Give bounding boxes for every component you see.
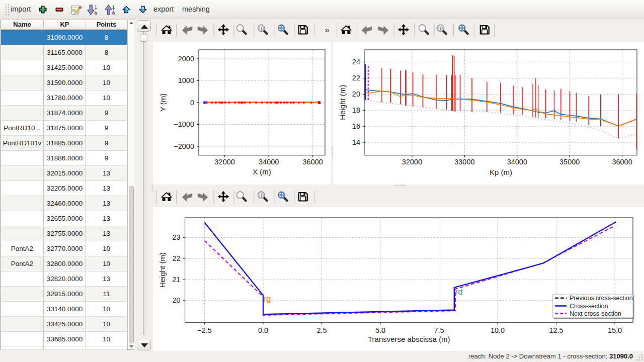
svg-text:12.5: 12.5 <box>549 326 563 334</box>
svg-text:35000: 35000 <box>559 158 580 166</box>
svg-text:14: 14 <box>352 138 360 146</box>
svg-text:rd: rd <box>455 287 463 296</box>
svg-text:20: 20 <box>352 90 360 98</box>
svg-text:2000: 2000 <box>178 55 194 63</box>
svg-text:X (m): X (m) <box>253 167 271 176</box>
svg-text:36000: 36000 <box>612 158 632 166</box>
svg-text:18: 18 <box>352 106 360 114</box>
svg-text:7.5: 7.5 <box>434 326 444 334</box>
svg-text:1: 1 <box>260 25 263 31</box>
svg-text:1000: 1000 <box>178 76 194 84</box>
svg-text:Next cross-section: Next cross-section <box>570 310 621 317</box>
svg-text:−2000: −2000 <box>174 142 194 150</box>
svg-text:21: 21 <box>172 276 180 284</box>
svg-text:rg: rg <box>264 294 271 303</box>
svg-text:Height (m): Height (m) <box>158 252 167 288</box>
svg-text:34000: 34000 <box>507 158 527 166</box>
svg-text:Kp (m): Kp (m) <box>490 168 512 176</box>
svg-text:32000: 32000 <box>402 158 422 166</box>
svg-text:33000: 33000 <box>454 158 474 166</box>
svg-text:−2.5: −2.5 <box>197 326 212 334</box>
svg-text:Y (m): Y (m) <box>158 94 167 112</box>
svg-text:10.0: 10.0 <box>491 326 505 334</box>
svg-text:»: » <box>325 25 329 35</box>
svg-text:2.5: 2.5 <box>316 326 327 334</box>
svg-text:32000: 32000 <box>215 158 235 166</box>
svg-text:20: 20 <box>172 296 180 304</box>
svg-text:34000: 34000 <box>259 158 279 166</box>
svg-text:Previous cross-section: Previous cross-section <box>570 295 633 302</box>
svg-text:0.0: 0.0 <box>258 326 268 334</box>
svg-text:36000: 36000 <box>303 158 323 166</box>
svg-text:0: 0 <box>190 99 194 107</box>
svg-text:Cross-section: Cross-section <box>570 303 608 310</box>
svg-text:16: 16 <box>352 122 360 130</box>
svg-text:15.0: 15.0 <box>608 326 622 334</box>
svg-text:Transverse abscissa (m): Transverse abscissa (m) <box>368 335 450 343</box>
svg-text:22: 22 <box>172 254 180 262</box>
svg-text:22: 22 <box>352 74 360 82</box>
svg-text:1: 1 <box>439 25 442 31</box>
svg-text:23: 23 <box>172 233 180 241</box>
svg-text:1: 1 <box>260 192 263 198</box>
svg-text:5.0: 5.0 <box>375 326 385 334</box>
svg-text:−1000: −1000 <box>174 120 194 128</box>
svg-text:Height (m): Height (m) <box>338 85 347 120</box>
svg-text:24: 24 <box>352 58 360 66</box>
